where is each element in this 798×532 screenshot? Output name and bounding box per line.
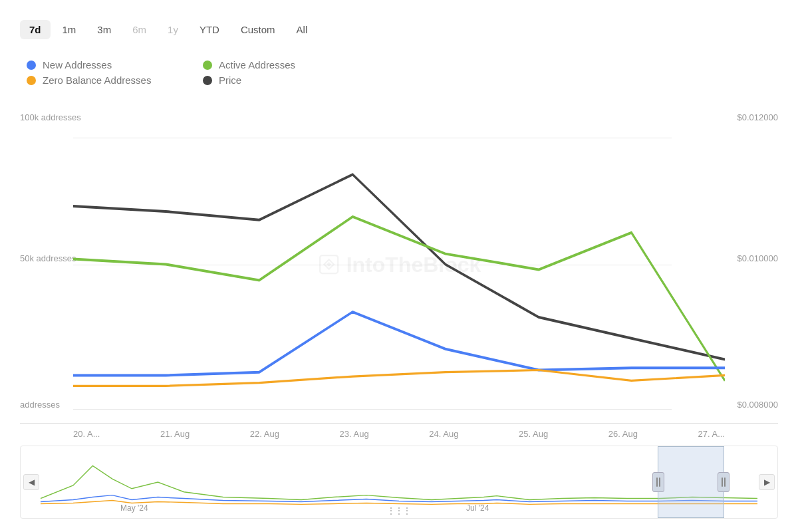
- navigator-selection[interactable]: [658, 446, 724, 518]
- x-label-4: 24. Aug: [429, 429, 458, 439]
- nav-grip: ⋮⋮⋮: [387, 506, 411, 515]
- legend-item-zero-balance[interactable]: Zero Balance Addresses: [27, 74, 176, 86]
- main-container: 7d 1m 3m 6m 1y YTD Custom All New Addres…: [0, 0, 798, 532]
- x-label-0: 20. A...: [73, 429, 100, 439]
- nav-handle-left[interactable]: [652, 472, 664, 492]
- y-label-008: $0.008000: [737, 400, 778, 410]
- nav-green-line: [41, 466, 757, 499]
- chart-svg: [73, 106, 725, 423]
- main-chart: 100k addresses 50k addresses addresses $…: [20, 106, 778, 424]
- handle-line-3: [722, 477, 723, 487]
- legend-label-active-addresses: Active Addresses: [219, 59, 295, 70]
- handle-lines-left: [656, 477, 660, 487]
- x-axis: 20. A... 21. Aug 22. Aug 23. Aug 24. Aug…: [20, 424, 778, 439]
- legend-label-zero-balance: Zero Balance Addresses: [43, 74, 151, 86]
- handle-line-1: [656, 477, 658, 487]
- zero-balance-line: [73, 370, 725, 386]
- nav-scroll-right-btn[interactable]: ▶: [759, 474, 775, 490]
- legend-dot-zero-balance: [27, 76, 36, 85]
- y-label-010: $0.010000: [737, 253, 778, 263]
- legend-label-new-addresses: New Addresses: [43, 59, 112, 70]
- x-label-6: 26. Aug: [608, 429, 638, 439]
- time-btn-custom[interactable]: Custom: [231, 20, 285, 39]
- chart-legend: New Addresses Active Addresses Zero Bala…: [20, 59, 352, 86]
- y-label-0: addresses: [20, 400, 60, 410]
- nav-scroll-left-btn[interactable]: ◀: [23, 474, 39, 490]
- new-addresses-line: [73, 312, 725, 375]
- legend-label-price: Price: [219, 74, 241, 86]
- nav-label-jul: Jul '24: [466, 503, 489, 513]
- time-btn-1m[interactable]: 1m: [53, 20, 86, 39]
- handle-line-4: [724, 477, 726, 487]
- legend-item-new-addresses[interactable]: New Addresses: [27, 59, 176, 70]
- time-btn-3m[interactable]: 3m: [88, 20, 120, 39]
- x-label-1: 21. Aug: [160, 429, 190, 439]
- legend-dot-active-addresses: [203, 61, 212, 70]
- x-label-2: 22. Aug: [250, 429, 279, 439]
- time-btn-7d[interactable]: 7d: [20, 20, 51, 39]
- y-label-50k: 50k addresses: [20, 253, 76, 263]
- x-label-7: 27. A...: [698, 429, 725, 439]
- y-label-012: $0.012000: [737, 112, 778, 122]
- time-btn-ytd[interactable]: YTD: [190, 20, 229, 39]
- x-label-5: 25. Aug: [519, 429, 548, 439]
- nav-label-may: May '24: [120, 503, 148, 513]
- time-btn-6m: 6m: [123, 20, 156, 39]
- legend-item-active-addresses[interactable]: Active Addresses: [203, 59, 352, 70]
- time-btn-all[interactable]: All: [287, 20, 317, 39]
- legend-item-price[interactable]: Price: [203, 74, 352, 86]
- time-btn-1y: 1y: [158, 20, 188, 39]
- active-addresses-line: [73, 217, 725, 380]
- time-filter-bar: 7d 1m 3m 6m 1y YTD Custom All: [20, 13, 778, 46]
- legend-dot-new-addresses: [27, 61, 36, 70]
- x-label-3: 23. Aug: [340, 429, 369, 439]
- chart-area: 100k addresses 50k addresses addresses $…: [20, 106, 778, 519]
- y-label-100k: 100k addresses: [20, 112, 81, 122]
- handle-lines-right: [722, 477, 726, 487]
- handle-line-2: [659, 477, 660, 487]
- nav-handle-right[interactable]: [718, 472, 730, 492]
- legend-dot-price: [203, 76, 212, 85]
- navigator: ◀ ▶ May '24 Jul '24: [20, 446, 778, 519]
